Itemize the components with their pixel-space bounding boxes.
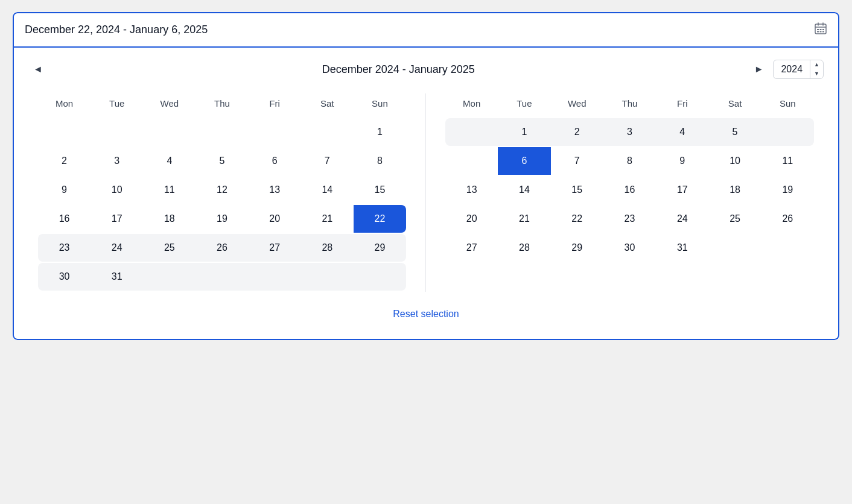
- jan-day-31[interactable]: 31: [656, 234, 708, 262]
- dec-day-7[interactable]: 7: [301, 147, 354, 175]
- jan-day-22[interactable]: 22: [551, 205, 603, 233]
- jan-day-21[interactable]: 21: [498, 205, 550, 233]
- jan-day-10[interactable]: 10: [708, 147, 761, 175]
- jan-day-11[interactable]: 11: [761, 147, 814, 175]
- dec-day-24[interactable]: 24: [91, 234, 143, 262]
- jan-dow-tue: Tue: [498, 93, 550, 113]
- date-input[interactable]: December 22, 2024 - January 6, 2025: [13, 12, 839, 48]
- dec-day-27[interactable]: 27: [249, 234, 301, 262]
- jan-empty: [445, 147, 498, 175]
- jan-day-5[interactable]: 5: [708, 118, 761, 146]
- dec-day-23[interactable]: 23: [38, 234, 91, 262]
- jan-empty: [761, 118, 814, 146]
- jan-week-4: 20 21 22 23 24 25 26: [445, 205, 814, 233]
- jan-day-27[interactable]: 27: [445, 234, 498, 262]
- dec-day-10[interactable]: 10: [91, 176, 143, 204]
- jan-day-29[interactable]: 29: [551, 234, 603, 262]
- date-input-value: December 22, 2024 - January 6, 2025: [25, 24, 208, 36]
- dec-day-15[interactable]: 15: [354, 176, 406, 204]
- jan-day-19[interactable]: 19: [761, 176, 814, 204]
- next-month-button[interactable]: ►: [749, 61, 769, 77]
- january-days-header: Mon Tue Wed Thu Fri Sat Sun: [445, 93, 814, 113]
- jan-day-9[interactable]: 9: [656, 147, 708, 175]
- jan-day-3[interactable]: 3: [603, 118, 656, 146]
- dec-day-5[interactable]: 5: [196, 147, 248, 175]
- dec-day-28[interactable]: 28: [301, 234, 354, 262]
- dec-dow-fri: Fri: [249, 93, 301, 113]
- calendars-grid: Mon Tue Wed Thu Fri Sat Sun 1: [28, 93, 824, 292]
- dec-day-18[interactable]: 18: [143, 205, 196, 233]
- jan-day-4[interactable]: 4: [656, 118, 708, 146]
- prev-month-button[interactable]: ◄: [28, 61, 48, 77]
- jan-day-25[interactable]: 25: [708, 205, 761, 233]
- svg-rect-4: [817, 29, 819, 30]
- jan-empty: [445, 118, 498, 146]
- jan-day-28[interactable]: 28: [498, 234, 550, 262]
- jan-day-6[interactable]: 6: [498, 147, 550, 175]
- svg-rect-5: [820, 29, 822, 30]
- dec-dow-tue: Tue: [91, 93, 143, 113]
- dec-day-13[interactable]: 13: [249, 176, 301, 204]
- dec-day-22[interactable]: 22: [354, 205, 406, 233]
- dec-day-30[interactable]: 30: [38, 263, 91, 291]
- jan-day-13[interactable]: 13: [445, 176, 498, 204]
- year-value: 2024: [774, 60, 810, 78]
- dec-day-1[interactable]: 1: [354, 118, 406, 146]
- dec-empty: [249, 263, 301, 291]
- reset-selection-button[interactable]: Reset selection: [383, 304, 468, 324]
- dec-day-16[interactable]: 16: [38, 205, 91, 233]
- jan-day-17[interactable]: 17: [656, 176, 708, 204]
- dec-day-26[interactable]: 26: [196, 234, 248, 262]
- jan-empty: [708, 234, 761, 262]
- jan-day-26[interactable]: 26: [761, 205, 814, 233]
- jan-day-16[interactable]: 16: [603, 176, 656, 204]
- jan-day-1[interactable]: 1: [498, 118, 550, 146]
- jan-day-30[interactable]: 30: [603, 234, 656, 262]
- jan-day-18[interactable]: 18: [708, 176, 761, 204]
- dec-empty: [249, 118, 301, 146]
- calendar-footer: Reset selection: [28, 304, 824, 324]
- jan-week-3: 13 14 15 16 17 18 19: [445, 176, 814, 204]
- jan-day-2[interactable]: 2: [551, 118, 603, 146]
- dec-day-8[interactable]: 8: [354, 147, 406, 175]
- jan-week-5: 27 28 29 30 31: [445, 234, 814, 262]
- dec-day-11[interactable]: 11: [143, 176, 196, 204]
- dec-day-6[interactable]: 6: [249, 147, 301, 175]
- dec-day-14[interactable]: 14: [301, 176, 354, 204]
- year-down-button[interactable]: ▼: [810, 69, 823, 78]
- date-picker-wrapper: December 22, 2024 - January 6, 2025 ◄ De…: [13, 12, 839, 340]
- calendar-title: December 2024 - January 2025: [322, 63, 475, 76]
- jan-day-15[interactable]: 15: [551, 176, 603, 204]
- dec-day-12[interactable]: 12: [196, 176, 248, 204]
- jan-dow-fri: Fri: [656, 93, 708, 113]
- dec-day-29[interactable]: 29: [354, 234, 406, 262]
- jan-day-20[interactable]: 20: [445, 205, 498, 233]
- dec-day-20[interactable]: 20: [249, 205, 301, 233]
- dec-empty: [38, 118, 91, 146]
- jan-day-8[interactable]: 8: [603, 147, 656, 175]
- jan-dow-thu: Thu: [603, 93, 656, 113]
- dec-day-17[interactable]: 17: [91, 205, 143, 233]
- dec-week-5: 23 24 25 26 27 28 29: [38, 234, 406, 262]
- dec-day-9[interactable]: 9: [38, 176, 91, 204]
- january-calendar: Mon Tue Wed Thu Fri Sat Sun 1 2 3 4 5: [426, 93, 824, 292]
- dec-dow-sat: Sat: [301, 93, 354, 113]
- dec-day-2[interactable]: 2: [38, 147, 91, 175]
- svg-rect-8: [820, 31, 822, 33]
- dec-day-31[interactable]: 31: [91, 263, 143, 291]
- dec-empty: [143, 263, 196, 291]
- year-up-button[interactable]: ▲: [810, 60, 823, 69]
- dec-day-4[interactable]: 4: [143, 147, 196, 175]
- dec-day-25[interactable]: 25: [143, 234, 196, 262]
- dec-day-3[interactable]: 3: [91, 147, 143, 175]
- dec-week-3: 9 10 11 12 13 14 15: [38, 176, 406, 204]
- jan-day-23[interactable]: 23: [603, 205, 656, 233]
- jan-day-7[interactable]: 7: [551, 147, 603, 175]
- dec-day-21[interactable]: 21: [301, 205, 354, 233]
- dec-day-19[interactable]: 19: [196, 205, 248, 233]
- dec-empty: [301, 263, 354, 291]
- dec-week-4: 16 17 18 19 20 21 22: [38, 205, 406, 233]
- dec-week-2: 2 3 4 5 6 7 8: [38, 147, 406, 175]
- jan-day-24[interactable]: 24: [656, 205, 708, 233]
- jan-day-14[interactable]: 14: [498, 176, 550, 204]
